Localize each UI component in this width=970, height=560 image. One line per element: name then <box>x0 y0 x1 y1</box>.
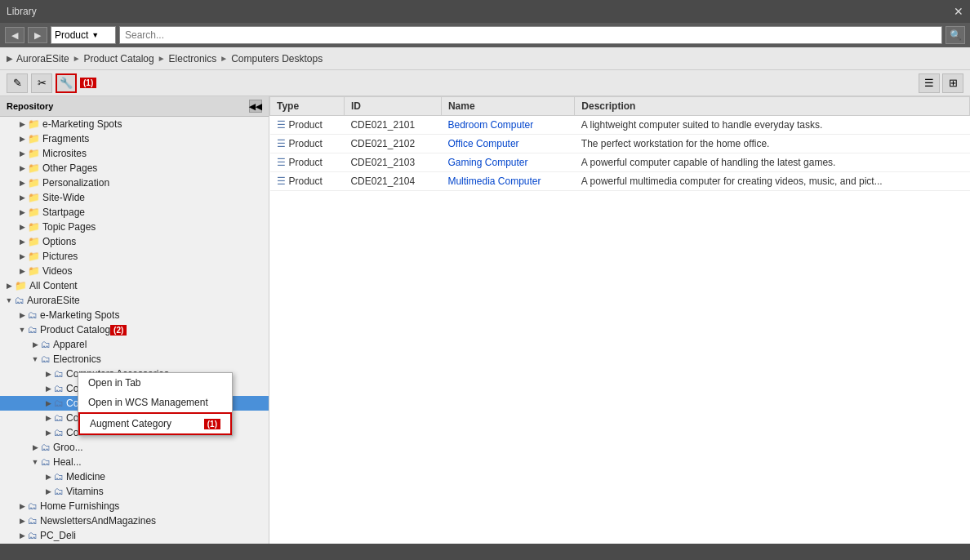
col-type: Type <box>270 97 345 116</box>
folder-icon: 📁 <box>28 207 40 218</box>
tree-item-microsites[interactable]: ▶📁Microsites <box>0 146 269 161</box>
row-icon: ☰ <box>277 138 286 149</box>
table-body: ☰Product CDE021_2101 Bedroom Computer A … <box>270 116 970 191</box>
table-row[interactable]: ☰Product CDE021_2102 Office Computer The… <box>270 135 970 153</box>
tree-item-medicine[interactable]: ▶🗂Medicine <box>0 469 269 484</box>
expand-icon: ▶ <box>16 515 28 527</box>
context-menu-open-in-wcs[interactable]: Open in WCS Management <box>78 393 232 412</box>
content-table: Type ID Name Description ☰Product CDE021… <box>269 96 970 191</box>
cell-type: ☰Product <box>270 153 345 172</box>
tree-label: Electronics <box>53 353 101 365</box>
expand-icon: ▼ <box>29 353 41 365</box>
context-menu-annotation: (1) <box>204 419 220 429</box>
wrench-button[interactable]: 🔧 <box>56 73 77 93</box>
tree-item-electronics[interactable]: ▼🗂Electronics <box>0 352 269 367</box>
tree-label: Startpage <box>42 207 85 218</box>
cell-type: ☰Product <box>270 135 345 153</box>
tree-item-health[interactable]: ▼🗂Heal... <box>0 455 269 469</box>
row-icon: ☰ <box>277 157 286 168</box>
tree-label: Home Furnishings <box>40 500 119 512</box>
search-button[interactable]: 🔍 <box>946 26 965 44</box>
tree-label: Options <box>42 236 76 247</box>
breadcrumb-item-3[interactable]: Computers Desktops <box>231 53 323 64</box>
tree-label: Topic Pages <box>42 221 96 233</box>
tree-item-personalization[interactable]: ▶📁Personalization <box>0 176 269 190</box>
cell-description: A lightweight computer suited to handle … <box>575 116 970 135</box>
edit-button[interactable]: ✎ <box>7 73 28 93</box>
tree-item-site-wide[interactable]: ▶📁Site-Wide <box>0 190 269 205</box>
tree-item-marketing-spots[interactable]: ▶📁e-Marketing Spots <box>0 117 269 131</box>
expand-icon: ▼ <box>29 456 41 468</box>
tree-item-startpage[interactable]: ▶📁Startpage <box>0 205 269 220</box>
folder-icon: 📁 <box>28 118 40 130</box>
tree-item-apparel[interactable]: ▶🗂Apparel <box>0 337 269 352</box>
tree-item-product-catalog[interactable]: ▼🗂Product Catalog (2) <box>0 322 269 337</box>
tree-item-pc-deli[interactable]: ▶🗂PC_Deli <box>0 528 269 543</box>
folder-icon: 🗂 <box>41 339 51 350</box>
repository-label: Repository <box>7 101 53 111</box>
tree-item-options[interactable]: ▶📁Options <box>0 234 269 249</box>
expand-icon: ▶ <box>16 309 28 321</box>
tree-item-all-content[interactable]: ▶📁All Content <box>0 278 269 293</box>
tree-item-grocery[interactable]: ▶🗂Groo... <box>0 440 269 455</box>
folder-icon: 🗂 <box>41 442 51 453</box>
breadcrumb-item-1[interactable]: Product Catalog <box>84 53 154 64</box>
expand-icon: ▶ <box>29 339 41 350</box>
cell-type: ☰Product <box>270 172 345 191</box>
expand-icon: ▶ <box>16 133 28 144</box>
left-panel: Repository ◀◀ ▶📁e-Marketing Spots▶📁Fragm… <box>0 96 269 544</box>
tree-item-emarketing-spots-2[interactable]: ▶🗂e-Marketing Spots <box>0 308 269 322</box>
tree-label: Site-Wide <box>42 192 85 203</box>
tree-item-home-furnishings[interactable]: ▶🗂Home Furnishings <box>0 499 269 513</box>
context-menu-open-in-tab[interactable]: Open in Tab <box>78 373 232 393</box>
folder-icon: 🗂 <box>28 530 38 541</box>
tree-item-auroraeSite[interactable]: ▼🗂AuroraESite <box>0 293 269 308</box>
expand-icon: ▶ <box>42 412 54 424</box>
tree-item-topic-pages[interactable]: ▶📁Topic Pages <box>0 220 269 234</box>
folder-icon: 🗂 <box>54 368 64 380</box>
folder-icon: 🗂 <box>41 353 51 365</box>
close-button[interactable]: ✕ <box>954 5 963 18</box>
tree-item-newsletters[interactable]: ▶🗂NewslettersAndMagazines <box>0 513 269 528</box>
scope-dropdown[interactable]: Product ▼ <box>51 26 116 44</box>
expand-icon: ▶ <box>16 207 28 218</box>
col-name: Name <box>441 97 574 116</box>
search-input[interactable] <box>119 26 942 44</box>
expand-icon: ▶ <box>3 280 15 291</box>
tree-item-other-pages[interactable]: ▶📁Other Pages <box>0 161 269 176</box>
tree-item-pictures[interactable]: ▶📁Pictures <box>0 249 269 264</box>
tree-item-fragments[interactable]: ▶📁Fragments <box>0 131 269 146</box>
cell-description: A powerful multimedia computer for creat… <box>575 172 970 191</box>
context-menu-augment-category[interactable]: Augment Category (1) <box>78 412 232 435</box>
expand-icon: ▶ <box>16 236 28 247</box>
back-button[interactable]: ◀ <box>5 27 24 43</box>
scope-value: Product <box>55 29 88 41</box>
folder-icon: 🗂 <box>54 383 64 394</box>
grid-view-button[interactable]: ⊞ <box>942 73 963 93</box>
tree-item-videos[interactable]: ▶📁Videos <box>0 264 269 278</box>
wrench-icon: 🔧 <box>60 77 73 89</box>
tree-label: Videos <box>42 265 72 277</box>
folder-icon: 📁 <box>28 192 40 203</box>
expand-icon: ▼ <box>16 324 28 336</box>
table-row[interactable]: ☰Product CDE021_2101 Bedroom Computer A … <box>270 116 970 135</box>
chevron-down-icon: ▼ <box>91 31 99 39</box>
list-view-button[interactable]: ☰ <box>919 73 940 93</box>
tree-item-vitamins[interactable]: ▶🗂Vitamins <box>0 484 269 499</box>
breadcrumb-item-2[interactable]: Electronics <box>169 53 217 64</box>
table-row[interactable]: ☰Product CDE021_2103 Gaming Computer A p… <box>270 153 970 172</box>
scissors-icon: ✂ <box>38 77 47 89</box>
tree-label: PC_Deli <box>40 530 76 541</box>
tree-label: e-Marketing Spots <box>40 309 119 321</box>
folder-icon: 📁 <box>28 236 40 247</box>
breadcrumb-item-0[interactable]: AuroraESite <box>16 53 69 64</box>
forward-button[interactable]: ▶ <box>28 27 47 43</box>
cut-button[interactable]: ✂ <box>31 73 52 93</box>
collapse-button[interactable]: ◀◀ <box>249 100 262 113</box>
table-row[interactable]: ☰Product CDE021_2104 Multimedia Computer… <box>270 172 970 191</box>
tree-label: e-Marketing Spots <box>42 118 122 130</box>
row-icon: ☰ <box>277 119 286 131</box>
expand-icon: ▶ <box>16 530 28 541</box>
expand-icon: ▶ <box>16 221 28 233</box>
tree-item-pc-forthecook[interactable]: ▶🗂PC_ForTheCook <box>0 543 269 544</box>
